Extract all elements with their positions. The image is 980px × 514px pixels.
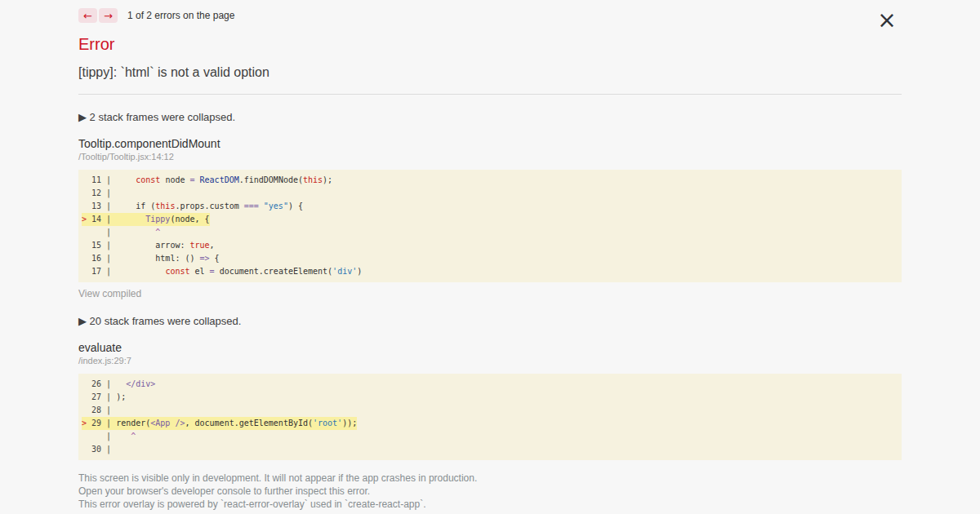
collapsed-frames-toggle-1[interactable]: ▶ 2 stack frames were collapsed. <box>78 111 235 123</box>
divider <box>78 94 902 95</box>
footer-note-1: This screen is visible only in developme… <box>78 472 902 485</box>
right-arrow-icon: → <box>104 11 113 21</box>
footer-note-2: Open your browser's developer console to… <box>78 485 902 498</box>
footer-notes: This screen is visible only in developme… <box>78 472 902 511</box>
collapsed-frames-toggle-2[interactable]: ▶ 20 stack frames were collapsed. <box>78 315 241 327</box>
code-block-2: 26 | </div> 27 | ); 28 |> 29 | render(<A… <box>78 374 902 460</box>
previous-error-button[interactable]: ← <box>78 8 97 23</box>
close-icon: × <box>877 9 896 32</box>
left-arrow-icon: ← <box>83 11 92 21</box>
frame-function-name-2: evaluate <box>78 342 902 353</box>
error-message: [tippy]: `html` is not a valid option <box>78 66 902 79</box>
code-block-1: 11 | const node = ReactDOM.findDOMNode(t… <box>78 170 902 282</box>
next-error-button[interactable]: → <box>99 8 118 23</box>
error-title: Error <box>78 36 902 52</box>
close-button[interactable]: × <box>875 9 898 32</box>
error-overlay: ← → 1 of 2 errors on the page × Error [t… <box>0 0 980 514</box>
frame-source-link-2[interactable]: /index.js:29:7 <box>78 357 131 366</box>
view-compiled-link[interactable]: View compiled <box>78 289 141 299</box>
frame-function-name-1: Tooltip.componentDidMount <box>78 138 902 149</box>
frame-source-link-1[interactable]: /Tooltip/Tooltip.jsx:14:12 <box>78 153 174 162</box>
footer-note-3: This error overlay is powered by `react-… <box>78 498 902 511</box>
error-counter: 1 of 2 errors on the page <box>127 10 234 21</box>
error-pagination: ← → 1 of 2 errors on the page <box>78 0 902 23</box>
